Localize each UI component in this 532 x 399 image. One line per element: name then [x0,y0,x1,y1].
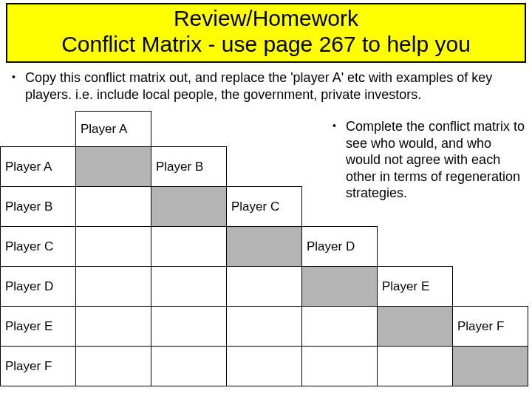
matrix-cell-diag [227,227,302,267]
matrix-cell-diag [76,147,151,187]
matrix-cell [151,307,227,347]
matrix-row-header-c: Player C [1,227,76,267]
matrix-cell [227,307,302,347]
slide: Review/Homework Conflict Matrix - use pa… [0,0,532,399]
matrix-col-header-b: Player B [151,147,227,187]
matrix-cell-diag [151,187,227,227]
table-row: Player A [1,112,528,147]
matrix-cell [378,347,453,386]
matrix-col-header-d: Player D [302,227,378,267]
matrix-cell [302,307,378,347]
table-row: Player A Player B [1,147,528,187]
matrix-cell-diag [302,267,378,307]
intro-bullet-text: Copy this conflict matrix out, and repla… [25,70,492,102]
title-line-2: Conflict Matrix - use page 267 to help y… [10,32,522,58]
conflict-matrix-table: Player A Player A Player B Player B Play… [0,111,528,386]
matrix-row-header-f: Player F [1,347,76,386]
matrix-col-header-c: Player C [227,187,302,227]
matrix-cell [76,187,151,227]
matrix-col-header-f: Player F [453,307,528,347]
matrix-cell [151,347,227,386]
matrix-cell-diag [453,347,528,386]
matrix-row-header-d: Player D [1,267,76,307]
matrix-cell [76,307,151,347]
matrix-cell-diag [378,307,453,347]
matrix-cell [302,347,378,386]
table-row: Player E Player F [1,307,528,347]
matrix-cell [151,227,227,267]
matrix-row-header-e: Player E [1,307,76,347]
matrix-cell [76,227,151,267]
matrix-corner-blank [1,112,76,147]
matrix-cell [227,347,302,386]
table-row: Player B Player C [1,187,528,227]
title-box: Review/Homework Conflict Matrix - use pa… [6,3,526,63]
intro-bullet: • Copy this conflict matrix out, and rep… [25,69,520,103]
matrix-col-header-a: Player A [76,112,151,147]
title-line-1: Review/Homework [10,6,522,32]
table-row: Player C Player D [1,227,528,267]
matrix-row-header-a: Player A [1,147,76,187]
table-row: Player D Player E [1,267,528,307]
matrix-cell [227,267,302,307]
table-row: Player F [1,347,528,386]
matrix-cell [76,347,151,386]
matrix-cell [151,267,227,307]
matrix-col-header-e: Player E [378,267,453,307]
matrix-cell [76,267,151,307]
bullet-dot-icon: • [12,71,16,84]
matrix-row-header-b: Player B [1,187,76,227]
